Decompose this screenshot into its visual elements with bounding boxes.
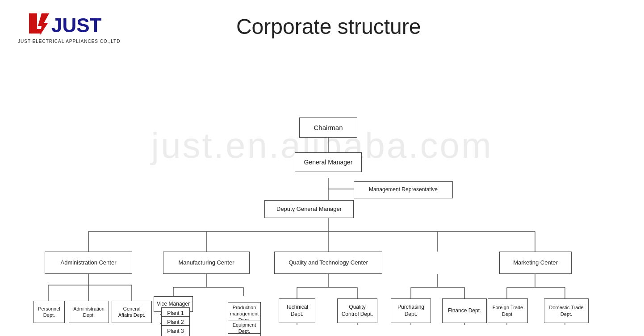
management-rep-box: Management Representative [354, 181, 453, 198]
plant3-box: Plant 3 [161, 325, 190, 336]
org-chart: Chairman General Manager Management Repr… [0, 48, 644, 325]
technical-dept-box: Technical Dept. [279, 298, 315, 323]
page: JUST JUST ELECTRICAL APPLIANCES CO.,LTD … [0, 0, 644, 336]
marketing-center-box: Marketing Center [499, 252, 572, 274]
admin-center-box: Administration Center [45, 252, 132, 274]
deputy-gm-box: Deputy General Manager [264, 200, 354, 218]
page-title: Corporate structure [31, 14, 626, 39]
mfg-center-box: Manufacturing Center [163, 252, 250, 274]
finance-dept-box: Finance Dept. [442, 298, 487, 323]
general-manager-box: General Manager [295, 152, 362, 172]
admin-dept-box: Administration Dept. [69, 301, 109, 323]
domestic-trade-box: Domestic Trade Dept. [544, 298, 589, 323]
foreign-trade-box: Foreign Trade Dept. [488, 298, 528, 323]
personnel-dept-box: Personnel Dept. [33, 301, 65, 323]
header: JUST JUST ELECTRICAL APPLIANCES CO.,LTD … [0, 0, 644, 48]
boxes-layer: Chairman General Manager Management Repr… [0, 48, 644, 325]
purchasing-dept-box: Purchasing Dept. [391, 298, 431, 323]
logo-tagline: JUST ELECTRICAL APPLIANCES CO.,LTD [18, 39, 120, 44]
storage-transport-box: Storage and Transportation Dept. [228, 333, 261, 336]
chairman-box: Chairman [299, 118, 357, 138]
quality-control-box: Quality Control Dept. [337, 298, 377, 323]
quality-tech-center-box: Quality and Technology Center [274, 252, 382, 274]
general-affairs-box: General Affairs Dept. [112, 301, 152, 323]
